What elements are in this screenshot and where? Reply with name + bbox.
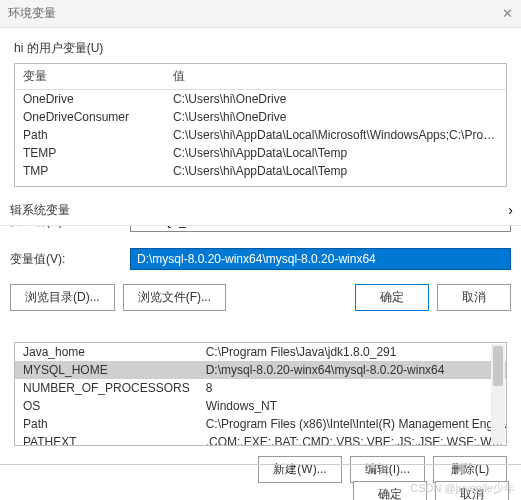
table-row: OSWindows_NT [15,397,507,415]
user-vars-label: hi 的用户变量(U) [0,28,521,63]
scrollbar-thumb[interactable] [493,346,503,386]
system-vars-table[interactable]: Java_homeC:\Program Files\Java\jdk1.8.0_… [14,342,507,446]
browse-file-button[interactable]: 浏览文件(F)... [123,284,226,311]
col-var[interactable]: 变量 [15,64,165,90]
browse-dir-button[interactable]: 浏览目录(D)... [10,284,115,311]
var-value-label: 变量值(V): [10,251,130,268]
close-icon[interactable]: ✕ [502,6,513,21]
table-row: TMPC:\Users\hi\AppData\Local\Temp [15,162,506,180]
chevron-right-icon[interactable]: › [508,202,513,218]
ok-button[interactable]: 确定 [355,284,429,311]
cancel-button[interactable]: 取消 [437,284,511,311]
table-row: PATHEXT.COM;.EXE;.BAT;.CMD;.VBS;.VBE;.JS… [15,433,507,446]
edit-dialog-title: 辑系统变量 › [0,196,521,226]
var-value-input[interactable] [130,248,511,270]
watermark: CSDN @juvenile少年 [410,481,515,496]
table-row: OneDriveConsumerC:\Users\hi\OneDrive [15,108,506,126]
table-row: PathC:\Program Files (x86)\Intel\Intel(R… [15,415,507,433]
window-title: 环境变量 [8,5,56,22]
scrollbar[interactable] [491,344,505,444]
table-row: PathC:\Users\hi\AppData\Local\Microsoft\… [15,126,506,144]
table-row: TEMPC:\Users\hi\AppData\Local\Temp [15,144,506,162]
table-row: Java_homeC:\Program Files\Java\jdk1.8.0_… [15,343,507,361]
user-vars-table[interactable]: 变量 值 OneDriveC:\Users\hi\OneDrive OneDri… [14,63,507,187]
table-row: MYSQL_HOMED:\mysql-8.0.20-winx64\mysql-8… [15,361,507,379]
col-val[interactable]: 值 [165,64,506,90]
table-row: OneDriveC:\Users\hi\OneDrive [15,90,506,109]
titlebar: 环境变量 ✕ [0,0,521,28]
table-row: NUMBER_OF_PROCESSORS8 [15,379,507,397]
